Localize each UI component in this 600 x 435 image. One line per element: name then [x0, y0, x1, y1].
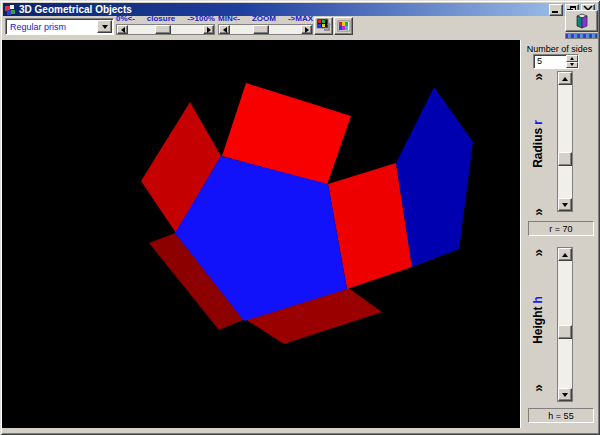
shape-select-dropdown-button[interactable] [97, 20, 112, 33]
toolbar: Regular prism 0%<- closure ->100% MIN<- … [3, 16, 597, 40]
zoom-right-arrow[interactable] [301, 25, 312, 34]
sides-spinner [566, 55, 578, 68]
closure-slider-thumb[interactable] [155, 25, 171, 34]
minimize-button[interactable] [549, 4, 563, 16]
height-down-arrow[interactable] [558, 388, 572, 401]
sides-decrement-button[interactable] [566, 62, 578, 69]
height-slider[interactable] [557, 247, 573, 402]
closure-max-label[interactable]: ->100% [187, 14, 215, 23]
arrow-right-icon [207, 27, 211, 33]
height-max-chevron-icon[interactable]: » [531, 383, 545, 392]
zoom-left-arrow[interactable] [219, 25, 230, 34]
side-panel: Number of sides 5 » Radiusr » r = 70 [520, 40, 598, 428]
minimize-icon [552, 11, 558, 13]
radius-slider-thumb[interactable] [558, 152, 572, 166]
radius-slider[interactable] [557, 71, 573, 212]
zoom-slider[interactable] [218, 24, 313, 35]
app-icon [5, 5, 16, 16]
zoom-min-label[interactable]: MIN<- [218, 14, 240, 23]
arrow-down-icon [570, 63, 574, 66]
arrow-down-icon [562, 393, 568, 397]
height-label: Heighth [531, 296, 545, 344]
height-slider-track[interactable] [558, 261, 572, 388]
arrow-up-icon [562, 77, 568, 81]
shape-select[interactable]: Regular prism [5, 18, 114, 35]
palette-icon [337, 19, 351, 33]
closure-slider[interactable] [116, 24, 215, 35]
number-of-sides-label: Number of sides [521, 44, 598, 54]
radius-label: Radiusr [531, 120, 545, 168]
height-up-arrow[interactable] [558, 248, 572, 261]
zoom-label: ZOOM [252, 14, 276, 23]
radius-min-chevron-icon[interactable]: » [531, 72, 545, 81]
scene-svg [2, 40, 520, 428]
height-symbol: h [531, 296, 545, 303]
radius-down-arrow[interactable] [558, 198, 572, 211]
arrow-left-icon [223, 27, 227, 33]
radius-vertical-label: » Radiusr » [526, 72, 550, 216]
sides-value: 5 [534, 55, 566, 68]
closure-min-label[interactable]: 0%<- [116, 14, 135, 23]
prism-icon [572, 12, 592, 30]
closure-left-arrow[interactable] [117, 25, 128, 34]
app-window: 3D Geometrical Objects Regular prism 0%<… [0, 0, 600, 435]
closure-slider-labels: 0%<- closure ->100% [116, 14, 215, 23]
arrow-right-icon [305, 27, 309, 33]
radius-max-chevron-icon[interactable]: » [531, 207, 545, 216]
arrow-left-icon [121, 27, 125, 33]
radius-symbol: r [531, 120, 545, 125]
shape-select-value: Regular prism [6, 22, 96, 32]
zoom-max-label[interactable]: ->MAX [288, 14, 313, 23]
closure-slider-track[interactable] [128, 25, 203, 34]
prism-view-button[interactable] [565, 10, 598, 32]
display-colors-icon [316, 18, 332, 34]
radius-up-arrow[interactable] [558, 72, 572, 85]
height-vertical-label: » Heighth » [526, 248, 550, 392]
zoom-slider-thumb[interactable] [253, 25, 269, 34]
radius-slider-track[interactable] [558, 85, 572, 198]
closure-right-arrow[interactable] [203, 25, 214, 34]
arrow-down-icon [562, 203, 568, 207]
zoom-slider-track[interactable] [230, 25, 301, 34]
display-colors-button[interactable] [314, 17, 333, 35]
sides-input[interactable]: 5 [533, 54, 579, 69]
texture-strip [565, 33, 598, 39]
closure-label: closure [147, 14, 175, 23]
chevron-down-icon [102, 25, 108, 29]
zoom-slider-labels: MIN<- ZOOM ->MAX [218, 14, 313, 23]
radius-value-box: r = 70 [528, 221, 594, 236]
height-min-chevron-icon[interactable]: » [531, 248, 545, 257]
arrow-up-icon [570, 57, 574, 60]
render-canvas[interactable] [2, 40, 520, 428]
arrow-up-icon [562, 253, 568, 257]
height-slider-thumb[interactable] [558, 325, 572, 339]
height-value-box: h = 55 [528, 408, 594, 423]
palette-button[interactable] [334, 17, 353, 35]
